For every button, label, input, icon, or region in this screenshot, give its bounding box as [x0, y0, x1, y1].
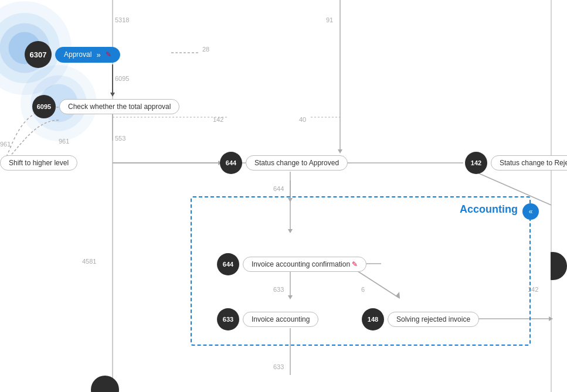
- edge-label-40: 40: [299, 116, 306, 123]
- collapse-accounting-button[interactable]: «: [522, 203, 539, 220]
- edge-label-91: 91: [326, 16, 333, 23]
- solving-rejected-node[interactable]: 148 Solving rejected invoice: [362, 308, 479, 330]
- status-rejected-badge: 142: [465, 152, 487, 174]
- approval-node[interactable]: 6307 Approval » ✎: [25, 41, 120, 68]
- status-approved-label: Status change to Approved: [246, 155, 348, 171]
- solving-rejected-badge: 148: [362, 308, 384, 330]
- edge-label-4581: 4581: [82, 258, 96, 265]
- edge-label-633-bottom: 633: [273, 363, 284, 370]
- edge-label-5318: 5318: [115, 16, 129, 23]
- status-rejected-node[interactable]: 142 Status change to Rejected: [465, 152, 567, 174]
- edge-label-961-left: 961: [0, 141, 11, 148]
- pencil-icon: ✎: [106, 50, 111, 59]
- approval-badge: 6307: [25, 41, 52, 68]
- accounting-title: Accounting: [460, 203, 518, 216]
- status-approved-node[interactable]: 644 Status change to Approved: [220, 152, 348, 174]
- process-canvas: 5318 28 6095 961 961 553 142 40 91 644 4…: [0, 0, 567, 392]
- partial-node-right: [551, 252, 567, 280]
- edge-label-142: 142: [213, 116, 223, 123]
- invoice-confirm-label: Invoice accounting confirmation ✎: [243, 257, 366, 272]
- invoice-accounting-badge: 633: [217, 308, 239, 330]
- svg-marker-24: [549, 316, 553, 321]
- shift-to-higher-level-node[interactable]: Shift to higher level: [0, 155, 77, 171]
- solving-rejected-label: Solving rejected invoice: [388, 312, 479, 327]
- chevron-right-icon: »: [96, 50, 100, 59]
- invoice-confirm-badge: 644: [217, 253, 239, 275]
- edge-label-644: 644: [273, 185, 284, 192]
- shift-label: Shift to higher level: [9, 159, 69, 167]
- invoice-accounting-node[interactable]: 633 Invoice accounting: [217, 308, 318, 330]
- check-total-badge: 6095: [32, 95, 56, 118]
- pencil-icon-2: ✎: [352, 260, 358, 268]
- invoice-accounting-label: Invoice accounting: [243, 312, 318, 327]
- invoice-confirm-node[interactable]: 644 Invoice accounting confirmation ✎: [217, 253, 366, 275]
- edge-label-6095: 6095: [115, 75, 129, 82]
- edge-label-961-bottom: 961: [59, 138, 69, 145]
- edge-label-28: 28: [202, 46, 209, 53]
- edge-label-553: 553: [115, 135, 125, 142]
- partial-node-bottom-left: [91, 376, 119, 392]
- check-total-node[interactable]: 6095 Check whether the total approval: [32, 95, 179, 118]
- status-rejected-label: Status change to Rejected: [491, 155, 567, 171]
- status-approved-badge: 644: [220, 152, 242, 174]
- check-total-label: Check whether the total approval: [59, 99, 179, 114]
- approval-label[interactable]: Approval » ✎: [55, 47, 120, 63]
